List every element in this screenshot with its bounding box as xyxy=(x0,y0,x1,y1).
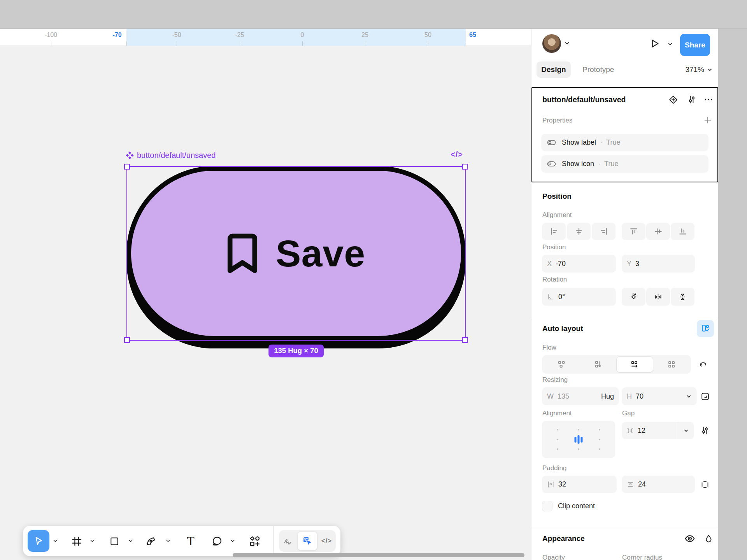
figma-app: -100 -70 -50 -25 0 25 50 65 xyxy=(0,0,747,560)
horizontal-padding-input[interactable]: 32 xyxy=(542,476,617,493)
align-top-button[interactable] xyxy=(622,223,645,240)
right-panel: Share Design Prototype 371% button/defau… xyxy=(531,29,718,560)
flow-vertical-option[interactable] xyxy=(580,356,616,373)
ruler-tick xyxy=(466,41,466,46)
alignment-label: Alignment xyxy=(542,210,572,220)
ruler-tick xyxy=(240,41,240,46)
horizontal-scrollbar[interactable] xyxy=(233,553,524,557)
align-bottom-button[interactable] xyxy=(671,223,694,240)
frame-tool-button[interactable] xyxy=(70,535,83,548)
component-indicator-button[interactable] xyxy=(668,94,679,105)
angle-icon xyxy=(547,293,554,301)
flow-segmented-control xyxy=(542,355,691,374)
x-position-input[interactable]: X -70 xyxy=(542,255,616,273)
zoom-control[interactable]: 371% xyxy=(685,61,713,78)
blend-mode-button[interactable] xyxy=(704,534,714,544)
present-button[interactable] xyxy=(648,37,662,51)
clip-content-label: Clip content xyxy=(558,501,595,511)
flow-freeform-icon xyxy=(557,360,566,369)
pen-tool-dropdown[interactable] xyxy=(165,537,172,544)
gap-value: 12 xyxy=(638,427,645,435)
width-input[interactable]: W 135 Hug xyxy=(542,387,619,405)
individual-padding-button[interactable] xyxy=(700,479,711,490)
avatar-dropdown[interactable] xyxy=(564,40,571,47)
ellipsis-icon xyxy=(703,94,714,105)
comment-tool-dropdown[interactable] xyxy=(229,537,236,544)
auto-layout-settings-button[interactable] xyxy=(697,320,714,337)
align-right-button[interactable] xyxy=(592,223,615,240)
vertical-padding-input[interactable]: 24 xyxy=(622,476,695,493)
actions-tool-button[interactable] xyxy=(248,534,262,548)
selection-handle[interactable] xyxy=(124,164,130,170)
vertical-padding-value: 24 xyxy=(638,480,646,488)
property-row-show-icon[interactable]: Show icon · True xyxy=(541,155,708,173)
rotation-input[interactable]: 0° xyxy=(542,288,616,306)
move-tool-dropdown[interactable] xyxy=(52,537,59,544)
bottom-toolbar: T xyxy=(23,526,340,556)
tab-prototype[interactable]: Prototype xyxy=(577,61,619,78)
frame-icon xyxy=(71,536,82,547)
pen-tool-button[interactable] xyxy=(144,535,158,548)
play-icon xyxy=(648,37,661,50)
property-separator: · xyxy=(598,160,600,168)
gap-label: Gap xyxy=(622,408,635,418)
property-row-show-label[interactable]: Show label · True xyxy=(541,134,708,151)
align-right-icon xyxy=(600,227,608,236)
rotate-button[interactable] xyxy=(622,288,645,306)
flow-freeform-option[interactable] xyxy=(543,356,580,373)
align-h-center-icon xyxy=(575,227,583,236)
flow-horizontal-option[interactable] xyxy=(616,356,654,373)
clip-content-checkbox[interactable] xyxy=(542,501,552,511)
gap-icon xyxy=(626,427,634,434)
component-diamond-icon xyxy=(668,95,678,105)
plus-icon xyxy=(703,116,712,124)
flip-horizontal-button[interactable] xyxy=(646,288,670,306)
shape-tool-button[interactable] xyxy=(109,536,120,547)
scribble-icon xyxy=(283,536,294,546)
visibility-button[interactable] xyxy=(684,534,696,544)
wrap-button[interactable] xyxy=(698,359,710,370)
code-mode-button[interactable]: </> xyxy=(317,530,336,552)
avatar[interactable] xyxy=(542,34,561,53)
w-mode: Hug xyxy=(601,392,614,401)
chevron-down-icon xyxy=(683,428,689,434)
align-h-center-button[interactable] xyxy=(567,223,591,240)
present-dropdown[interactable] xyxy=(667,40,674,47)
add-property-button[interactable] xyxy=(703,115,714,125)
dev-mode-button[interactable] xyxy=(297,531,317,551)
cursor-icon xyxy=(33,535,44,547)
opacity-label: Opacity xyxy=(542,554,565,560)
code-connect-marker[interactable]: </> xyxy=(440,150,463,159)
frame-tool-dropdown[interactable] xyxy=(89,537,96,544)
spacing-settings-button[interactable] xyxy=(700,425,711,436)
height-input[interactable]: H 70 xyxy=(622,387,697,405)
shape-tool-dropdown[interactable] xyxy=(127,537,134,544)
draw-mode-button[interactable] xyxy=(279,530,297,552)
tab-design[interactable]: Design xyxy=(537,61,571,78)
edit-properties-button[interactable] xyxy=(687,94,698,105)
h-value: 70 xyxy=(636,392,644,401)
align-left-button[interactable] xyxy=(542,223,566,240)
selection-handle[interactable] xyxy=(124,337,130,343)
flip-vertical-button[interactable] xyxy=(671,288,694,306)
share-button[interactable]: Share xyxy=(680,34,710,56)
resizing-options-button[interactable] xyxy=(700,391,711,402)
property-name: Show label xyxy=(562,138,596,147)
size-badge: 135 Hug × 70 xyxy=(268,345,324,357)
align-v-center-button[interactable] xyxy=(646,223,670,240)
flip-horizontal-icon xyxy=(654,292,663,301)
more-options-button[interactable] xyxy=(703,95,714,104)
flow-grid-option[interactable] xyxy=(653,356,690,373)
selection-handle[interactable] xyxy=(462,337,468,343)
alignment-grid[interactable] xyxy=(542,421,615,458)
move-tool-button[interactable] xyxy=(28,530,49,552)
save-button-component[interactable]: Save xyxy=(126,166,466,341)
gap-dropdown[interactable] xyxy=(678,422,694,439)
selection-handle[interactable] xyxy=(462,164,468,170)
gap-input[interactable]: 12 xyxy=(622,422,694,439)
canvas-component-label[interactable]: button/default/unsaved xyxy=(126,151,216,160)
y-position-input[interactable]: Y 3 xyxy=(622,255,695,273)
text-tool-button[interactable]: T xyxy=(184,534,197,548)
ruler-tick-label: -100 xyxy=(45,32,57,38)
comment-tool-button[interactable] xyxy=(210,535,224,548)
